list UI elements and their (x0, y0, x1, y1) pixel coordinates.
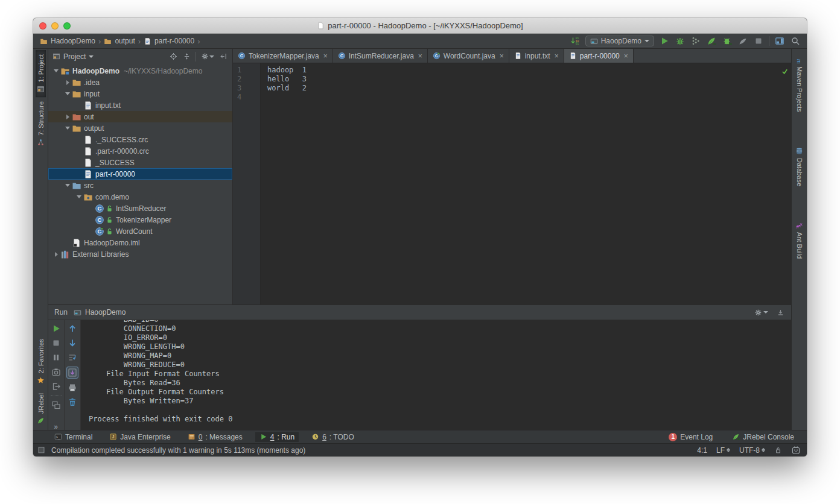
coverage-button[interactable] (690, 36, 701, 46)
rerun-button[interactable] (51, 323, 62, 334)
jrebel-debug-button[interactable]: JR (722, 36, 733, 46)
expand-arrow-icon[interactable] (54, 69, 59, 72)
structure-tool-icon (37, 139, 45, 146)
toolwindow-button-jrebel-console[interactable]: JRJRebel Console (728, 432, 798, 442)
tree-item-src[interactable]: src (48, 180, 232, 191)
expand-arrow-icon[interactable] (65, 127, 70, 130)
locate-button[interactable] (169, 52, 178, 61)
up-stack-button[interactable] (67, 323, 78, 334)
exit-button[interactable] (51, 381, 62, 392)
line-ending-selector[interactable]: LF (716, 446, 730, 455)
editor-code[interactable]: hadoop 1 hello 3 world 2 (261, 63, 791, 304)
stop-button[interactable] (753, 36, 764, 46)
tool-windows-button[interactable] (774, 36, 785, 46)
breadcrumb-part-r-00000[interactable]: part-r-00000 (143, 37, 195, 45)
caret-position[interactable]: 4:1 (697, 446, 707, 455)
toolwindow-button-4-run[interactable]: 4: Run (255, 432, 299, 442)
scroll-end-button[interactable] (66, 367, 78, 379)
close-window-button[interactable] (39, 22, 46, 30)
editor-tab-tokenizermapper-java[interactable]: CTokenizerMapper.java× (233, 49, 333, 63)
inspections-ok-checkmark-icon[interactable] (781, 68, 789, 75)
expand-arrow-icon[interactable] (65, 184, 70, 187)
updates-button[interactable]: 011001 (570, 36, 581, 46)
collapse-arrow-icon[interactable] (66, 115, 69, 119)
toolwindow-button-terminal[interactable]: >_Terminal (50, 432, 97, 442)
stop-button[interactable] (51, 338, 62, 348)
console-output[interactable]: BAD_ID=0 CONNECTION=0 IO_ERROR=0 WRONG_L… (81, 320, 791, 430)
tree-item-hadoopdemo-iml[interactable]: HadoopDemo.iml (48, 237, 232, 248)
editor-tab-part-r-00000[interactable]: part-r-00000× (564, 49, 634, 63)
tree-item-success-crc[interactable]: ._SUCCESS.crc (48, 134, 232, 145)
profiler-button[interactable] (737, 36, 748, 46)
close-tab-icon[interactable]: × (555, 52, 559, 60)
tool-button-7-structure[interactable]: 7: Structure (36, 97, 46, 151)
tree-item-wordcount[interactable]: C WordCount (48, 225, 232, 237)
tree-item-input[interactable]: input (48, 88, 232, 99)
close-tab-icon[interactable]: × (500, 52, 504, 60)
run-config-tab[interactable]: HaoopDemo (74, 308, 126, 317)
pause-button[interactable] (51, 352, 62, 363)
inspector-hector-icon[interactable] (791, 446, 801, 455)
tree-item-part-r-00000[interactable]: part-r-00000 (48, 168, 232, 180)
scroll-pin-button[interactable] (776, 308, 785, 317)
unlock-icon[interactable] (774, 446, 782, 454)
tool-button-1-project[interactable]: 1: Project (36, 50, 46, 97)
editor-tab-input-txt[interactable]: input.txt× (509, 49, 564, 63)
minimize-window-button[interactable] (51, 22, 59, 30)
chevron-down-icon[interactable] (89, 55, 94, 58)
restore-layout-button[interactable] (51, 400, 62, 411)
close-tab-icon[interactable]: × (418, 52, 422, 60)
tree-item-idea[interactable]: .idea (48, 77, 232, 88)
tree-item-part-r-00000-crc[interactable]: .part-r-00000.crc (48, 145, 232, 157)
tree-item-com-demo[interactable]: com.demo (48, 191, 232, 203)
tree-item-hadoopdemo[interactable]: HadoopDemo~/iKYXXS/HadoopDemo (48, 65, 232, 77)
expand-arrow-icon[interactable] (77, 195, 81, 198)
hide-button[interactable] (219, 52, 228, 61)
tool-button-database[interactable]: Database (794, 143, 804, 191)
clear-button[interactable] (67, 397, 78, 408)
tree-item-success[interactable]: _SUCCESS (48, 157, 232, 168)
run-configuration-select[interactable]: HaoopDemo (585, 36, 654, 46)
toolwindow-button-0-messages[interactable]: 0: Messages (183, 432, 247, 442)
collapse-arrow-icon[interactable] (66, 80, 69, 85)
tree-item-input-txt[interactable]: input.txt (48, 99, 232, 111)
collapse-button[interactable] (182, 52, 191, 61)
toolwindow-button-java-enterprise[interactable]: JJava Enterprise (105, 432, 174, 442)
tool-button-ant-build[interactable]: Ant Build (794, 217, 804, 263)
toolwindow-toggle-icon[interactable] (37, 446, 45, 454)
run-button[interactable] (659, 36, 670, 46)
down-stack-button[interactable] (67, 338, 78, 348)
search-button[interactable] (790, 36, 801, 46)
tool-button-maven-projects[interactable]: mMaven Projects (794, 51, 804, 116)
soft-wrap-button[interactable] (67, 352, 78, 363)
maximize-window-button[interactable] (63, 22, 71, 30)
toolwindow-button-6-todo[interactable]: 6: TODO (307, 432, 358, 442)
tree-item-external-libraries[interactable]: External Libraries (48, 248, 232, 260)
tool-button-2-favorites[interactable]: 2: Favorites (36, 335, 46, 388)
debug-button[interactable] (675, 36, 686, 46)
tree-item-tokenizermapper[interactable]: C TokenizerMapper (48, 214, 232, 225)
editor-tab-wordcount-java[interactable]: CWordCount.java× (428, 49, 509, 63)
folder-icon (104, 37, 112, 45)
breadcrumb-output[interactable]: output (103, 37, 135, 45)
expand-arrow-icon[interactable] (65, 92, 70, 95)
close-tab-icon[interactable]: × (624, 52, 628, 60)
settings-menu-button[interactable] (754, 308, 769, 317)
editor-tab-intsumreducer-java[interactable]: CIntSumReducer.java× (333, 49, 428, 63)
breadcrumb-hadoopdemo[interactable]: HadoopDemo (39, 37, 96, 45)
tree-item-intsumreducer[interactable]: C IntSumReducer (48, 203, 232, 214)
jrebel-run-button[interactable]: JR (706, 36, 717, 46)
tree-item-out[interactable]: out (48, 111, 232, 122)
collapse-arrow-icon[interactable] (55, 252, 58, 257)
print-button[interactable] (67, 382, 78, 393)
class-icon: C (338, 52, 346, 60)
thread-dump-button[interactable] (51, 367, 62, 377)
encoding-selector[interactable]: UTF-8 (739, 446, 765, 455)
toolwindow-button-event-log[interactable]: 1Event Log (664, 432, 717, 442)
status-message: Compilation completed successfully with … (51, 446, 305, 455)
settings-button[interactable] (200, 52, 215, 61)
editor-body[interactable]: 1 2 3 4 hadoop 1 hello 3 world 2 (233, 63, 791, 304)
tree-item-output[interactable]: output (48, 122, 232, 134)
tool-button-jrebel[interactable]: JRJRebel (36, 389, 46, 429)
close-tab-icon[interactable]: × (323, 52, 328, 60)
